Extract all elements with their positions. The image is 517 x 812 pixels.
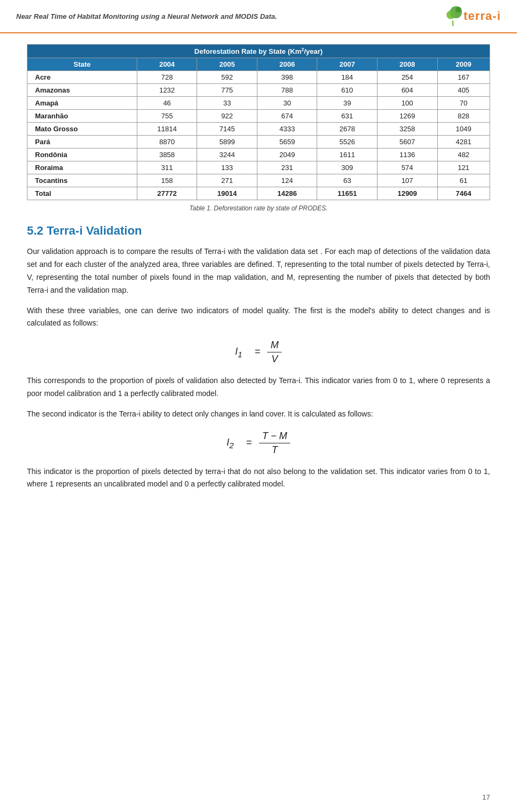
cell-2004: 158 bbox=[137, 174, 197, 187]
logo-text: terra-i bbox=[464, 9, 501, 23]
cell-2005: 33 bbox=[197, 97, 257, 110]
cell-state: Pará bbox=[27, 136, 137, 149]
cell-state: Rondônia bbox=[27, 149, 137, 161]
svg-point-1 bbox=[446, 11, 455, 19]
cell-2005: 3244 bbox=[197, 149, 257, 161]
formula-1-label: I1 bbox=[235, 346, 242, 357]
formula-2-label: I2 bbox=[227, 437, 234, 448]
col-2005: 2005 bbox=[197, 58, 257, 71]
col-2009: 2009 bbox=[437, 58, 490, 71]
cell-2008: 12909 bbox=[377, 187, 437, 200]
cell-state: Mato Grosso bbox=[27, 123, 137, 136]
deforestation-table-wrapper: Deforestation Rate by State (Km2/year) S… bbox=[27, 44, 490, 212]
deforestation-table: Deforestation Rate by State (Km2/year) S… bbox=[27, 44, 490, 200]
col-2006: 2006 bbox=[257, 58, 317, 71]
paragraph-3: This corresponds to the proportion of pi… bbox=[27, 375, 490, 400]
cell-2004: 27772 bbox=[137, 187, 197, 200]
col-state: State bbox=[27, 58, 137, 71]
formula-1: I1 = M V bbox=[27, 340, 490, 365]
cell-2007: 184 bbox=[317, 71, 378, 84]
cell-2009: 405 bbox=[437, 84, 490, 97]
cell-2004: 3858 bbox=[137, 149, 197, 161]
cell-2006: 4333 bbox=[257, 123, 317, 136]
col-2008: 2008 bbox=[377, 58, 437, 71]
cell-2007: 63 bbox=[317, 174, 378, 187]
formula-2-eq: = bbox=[246, 437, 252, 448]
cell-2004: 11814 bbox=[137, 123, 197, 136]
formula-1-eq: = bbox=[255, 346, 261, 357]
cell-state: Acre bbox=[27, 71, 137, 84]
cell-2004: 311 bbox=[137, 161, 197, 174]
cell-2005: 271 bbox=[197, 174, 257, 187]
cell-2007: 309 bbox=[317, 161, 378, 174]
cell-2009: 1049 bbox=[437, 123, 490, 136]
cell-2009: 828 bbox=[437, 110, 490, 123]
cell-2006: 30 bbox=[257, 97, 317, 110]
table-row: Maranhão 755 922 674 631 1269 828 bbox=[27, 110, 490, 123]
page-number: 17 bbox=[483, 793, 490, 801]
cell-2004: 8870 bbox=[137, 136, 197, 149]
cell-2008: 1136 bbox=[377, 149, 437, 161]
section-title: Terra-i Validation bbox=[47, 224, 142, 237]
cell-2006: 231 bbox=[257, 161, 317, 174]
cell-2008: 3258 bbox=[377, 123, 437, 136]
formula-2-fraction: T − M T bbox=[259, 430, 291, 456]
formula-2-denominator: T bbox=[268, 443, 281, 456]
header-title: Near Real Time of Habitat Monitoring usi… bbox=[16, 12, 277, 20]
cell-2009: 4281 bbox=[437, 136, 490, 149]
table-row: Amazonas 1232 775 788 610 604 405 bbox=[27, 84, 490, 97]
cell-2004: 1232 bbox=[137, 84, 197, 97]
cell-2007: 1611 bbox=[317, 149, 378, 161]
cell-2009: 167 bbox=[437, 71, 490, 84]
cell-2005: 922 bbox=[197, 110, 257, 123]
cell-2006: 14286 bbox=[257, 187, 317, 200]
table-row: Total 27772 19014 14286 11651 12909 7464 bbox=[27, 187, 490, 200]
formula-1-numerator: M bbox=[267, 340, 282, 352]
cell-2004: 728 bbox=[137, 71, 197, 84]
cell-state: Total bbox=[27, 187, 137, 200]
cell-2009: 70 bbox=[437, 97, 490, 110]
table-row: Roraima 311 133 231 309 574 121 bbox=[27, 161, 490, 174]
col-2004: 2004 bbox=[137, 58, 197, 71]
cell-2004: 46 bbox=[137, 97, 197, 110]
terra-i-logo-icon bbox=[442, 5, 464, 27]
logo: terra-i bbox=[440, 5, 501, 27]
cell-2008: 1269 bbox=[377, 110, 437, 123]
cell-2005: 7145 bbox=[197, 123, 257, 136]
main-content: Deforestation Rate by State (Km2/year) S… bbox=[0, 33, 517, 520]
cell-2005: 5899 bbox=[197, 136, 257, 149]
cell-state: Maranhão bbox=[27, 110, 137, 123]
cell-2006: 398 bbox=[257, 71, 317, 84]
cell-2006: 5659 bbox=[257, 136, 317, 149]
cell-2008: 100 bbox=[377, 97, 437, 110]
cell-2008: 107 bbox=[377, 174, 437, 187]
cell-2008: 574 bbox=[377, 161, 437, 174]
cell-2007: 631 bbox=[317, 110, 378, 123]
col-2007: 2007 bbox=[317, 58, 378, 71]
cell-2007: 11651 bbox=[317, 187, 378, 200]
paragraph-2: With these three variables, one can deri… bbox=[27, 305, 490, 330]
cell-2007: 610 bbox=[317, 84, 378, 97]
cell-2005: 133 bbox=[197, 161, 257, 174]
cell-2008: 604 bbox=[377, 84, 437, 97]
table-row: Tocantins 158 271 124 63 107 61 bbox=[27, 174, 490, 187]
table-caption: Table 1. Deforestation rate by state of … bbox=[27, 204, 490, 212]
section-number: 5.2 bbox=[27, 224, 47, 237]
cell-2008: 5607 bbox=[377, 136, 437, 149]
cell-2007: 39 bbox=[317, 97, 378, 110]
formula-1-fraction: M V bbox=[267, 340, 282, 365]
table-row: Mato Grosso 11814 7145 4333 2678 3258 10… bbox=[27, 123, 490, 136]
formula-2: I2 = T − M T bbox=[27, 430, 490, 456]
formula-1-denominator: V bbox=[268, 352, 281, 365]
page-footer: 17 bbox=[483, 793, 490, 801]
cell-2006: 788 bbox=[257, 84, 317, 97]
page-header: Near Real Time of Habitat Monitoring usi… bbox=[0, 0, 517, 33]
cell-2008: 254 bbox=[377, 71, 437, 84]
cell-2006: 124 bbox=[257, 174, 317, 187]
cell-2009: 121 bbox=[437, 161, 490, 174]
cell-2006: 2049 bbox=[257, 149, 317, 161]
cell-state: Amazonas bbox=[27, 84, 137, 97]
cell-2005: 592 bbox=[197, 71, 257, 84]
cell-2009: 482 bbox=[437, 149, 490, 161]
section-heading: 5.2 Terra-i Validation bbox=[27, 224, 490, 238]
